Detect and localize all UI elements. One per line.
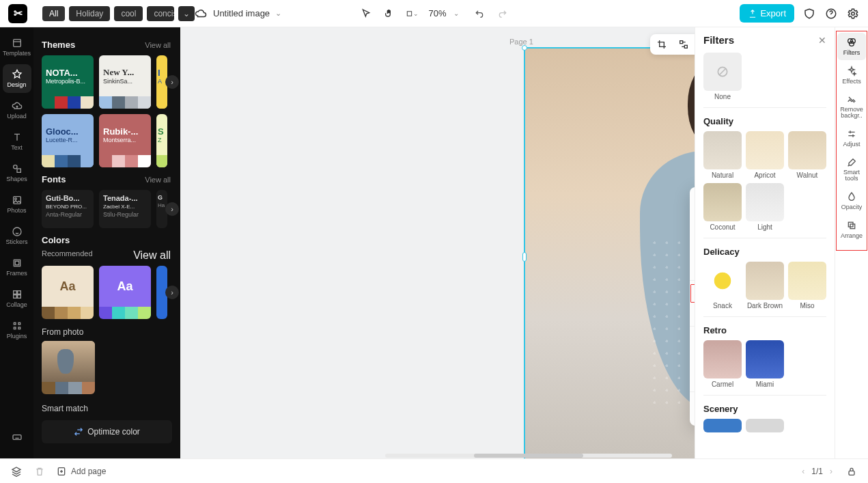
- lock-icon[interactable]: [845, 465, 858, 478]
- nav-plugins[interactable]: Plugins: [3, 316, 31, 344]
- colors-viewall[interactable]: View all: [133, 249, 171, 262]
- theme-card[interactable]: SZ: [156, 114, 167, 167]
- menu-copy[interactable]: CopyCtrl + C: [690, 198, 695, 218]
- menu-paste[interactable]: PasteCtrl + V: [690, 218, 695, 238]
- filter-natural[interactable]: Natural: [703, 131, 742, 179]
- theme-card[interactable]: Glooc...Lucette-R...: [42, 114, 94, 167]
- tag-holiday[interactable]: Holiday: [69, 6, 110, 21]
- filter-miami[interactable]: Miami: [746, 340, 784, 388]
- rail-adjust[interactable]: Adjust: [837, 124, 866, 152]
- nav-keyboard-icon[interactable]: [3, 423, 31, 452]
- replace-icon[interactable]: [677, 38, 690, 51]
- canvas[interactable]: Page 1 ⋯ ⌃ CopyCtrl + C PasteCtrl + V Du…: [180, 27, 695, 458]
- crop-icon[interactable]: [656, 38, 668, 51]
- optimize-color-button[interactable]: Optimize color: [42, 420, 172, 443]
- nav-collage[interactable]: Collage: [3, 284, 31, 313]
- app-logo[interactable]: ✂: [8, 4, 27, 23]
- export-button[interactable]: Export: [740, 4, 794, 23]
- resize-handle[interactable]: [522, 45, 527, 51]
- font-card[interactable]: Tenada-...Zacbel X-E...Stilu-Regular: [99, 190, 151, 228]
- menu-layer-arrangement[interactable]: Layer arrangement›: [690, 284, 695, 303]
- colors-scroll-next[interactable]: ›: [165, 286, 179, 299]
- canvas-scrollbar[interactable]: [385, 454, 672, 458]
- rail-opacity[interactable]: Opacity: [837, 187, 866, 215]
- tag-cool[interactable]: cool: [114, 6, 143, 21]
- rail-remove-bg[interactable]: Remove backgr..: [837, 90, 866, 123]
- nav-stickers[interactable]: Stickers: [3, 221, 31, 250]
- redo-icon[interactable]: [496, 7, 509, 20]
- page-prev-icon[interactable]: ‹: [802, 467, 804, 476]
- rail-effects[interactable]: Effects: [837, 61, 866, 89]
- add-page-button[interactable]: Add page: [56, 466, 106, 477]
- menu-delete[interactable]: Delete⌫: [690, 258, 695, 277]
- svg-rect-20: [680, 41, 683, 44]
- svg-rect-28: [850, 224, 855, 229]
- fonts-viewall[interactable]: View all: [145, 176, 171, 184]
- filter-light[interactable]: Light: [746, 183, 784, 231]
- settings-icon[interactable]: [846, 7, 860, 20]
- filter-carmel[interactable]: Carmel: [703, 340, 742, 388]
- color-card[interactable]: Aa: [42, 266, 94, 319]
- filter-miso[interactable]: Miso: [788, 262, 826, 309]
- context-scroll-down[interactable]: ⌄: [690, 415, 695, 422]
- tag-more[interactable]: ⌄: [178, 6, 195, 21]
- filter-apricot[interactable]: Apricot: [746, 131, 784, 179]
- svg-rect-6: [13, 197, 20, 204]
- svg-point-2: [852, 12, 855, 15]
- themes-scroll-next[interactable]: ›: [165, 75, 179, 89]
- document-title[interactable]: Untitled image: [213, 8, 270, 18]
- svg-rect-15: [14, 322, 16, 325]
- cursor-tool-icon[interactable]: [359, 7, 372, 20]
- zoom-level[interactable]: 70%⌄: [428, 8, 458, 18]
- menu-duplicate[interactable]: DuplicateCtrl+D: [690, 238, 695, 258]
- rail-smart-tools[interactable]: Smart tools: [837, 153, 866, 186]
- filter-darkbrown[interactable]: Dark Brown: [746, 262, 784, 309]
- font-card[interactable]: Guti-Bo...BEYOND PRO...Anta-Regular: [42, 190, 94, 228]
- filter-coconut[interactable]: Coconut: [703, 183, 742, 231]
- nav-frames[interactable]: Frames: [3, 253, 31, 281]
- resize-handle[interactable]: [522, 252, 527, 262]
- nav-upload[interactable]: Upload: [3, 96, 31, 124]
- themes-viewall[interactable]: View all: [145, 41, 171, 49]
- filter-scenery-2[interactable]: [746, 419, 784, 432]
- nav-design[interactable]: Design: [3, 64, 31, 93]
- shield-icon[interactable]: [802, 7, 816, 20]
- filter-scenery-1[interactable]: [703, 419, 742, 432]
- nav-templates[interactable]: Templates: [3, 33, 31, 61]
- menu-flip[interactable]: Flip›: [690, 369, 695, 389]
- menu-set-background[interactable]: Set as background: [690, 329, 695, 349]
- undo-icon[interactable]: [473, 7, 486, 20]
- trash-icon[interactable]: [33, 465, 46, 478]
- svg-point-7: [14, 198, 16, 200]
- filter-snack[interactable]: Snack: [703, 262, 742, 309]
- nav-photos[interactable]: Photos: [3, 190, 31, 219]
- tag-all[interactable]: All: [42, 6, 65, 21]
- close-icon[interactable]: ✕: [818, 35, 826, 46]
- fonts-scroll-next[interactable]: ›: [165, 202, 179, 216]
- tag-concise[interactable]: concise: [147, 6, 174, 21]
- theme-card[interactable]: Rubik-...Montserra...: [99, 114, 151, 167]
- selected-image[interactable]: [524, 47, 695, 458]
- cloud-sync-icon[interactable]: [194, 7, 208, 20]
- help-icon[interactable]: [824, 7, 838, 20]
- color-card[interactable]: Aa: [99, 266, 151, 319]
- layers-icon[interactable]: [10, 465, 23, 478]
- from-photo-card[interactable]: [42, 341, 95, 394]
- svg-rect-14: [17, 295, 20, 299]
- filter-none[interactable]: None: [703, 53, 742, 100]
- page-next-icon[interactable]: ›: [830, 467, 832, 476]
- theme-card[interactable]: New Y...SinkinSa...: [99, 55, 151, 109]
- title-chevron-icon[interactable]: ⌄: [275, 9, 281, 18]
- menu-apply-theme[interactable]: Apply color theme: [690, 349, 695, 369]
- menu-lock[interactable]: Lock: [690, 303, 695, 323]
- nav-shapes[interactable]: Shapes: [3, 158, 31, 187]
- rail-arrange[interactable]: Arrange: [837, 216, 866, 243]
- nav-text[interactable]: Text: [3, 127, 31, 156]
- context-scroll-up[interactable]: ⌃: [690, 191, 695, 198]
- crop-tool-icon[interactable]: ⌄: [405, 7, 419, 20]
- hand-tool-icon[interactable]: [382, 7, 395, 20]
- filter-walnut[interactable]: Walnut: [788, 131, 826, 179]
- rail-filters[interactable]: Filters: [837, 33, 866, 60]
- theme-card[interactable]: NOTA...Metropolis-B...: [42, 55, 94, 109]
- menu-search-image[interactable]: Search image like this⛶: [690, 395, 695, 415]
